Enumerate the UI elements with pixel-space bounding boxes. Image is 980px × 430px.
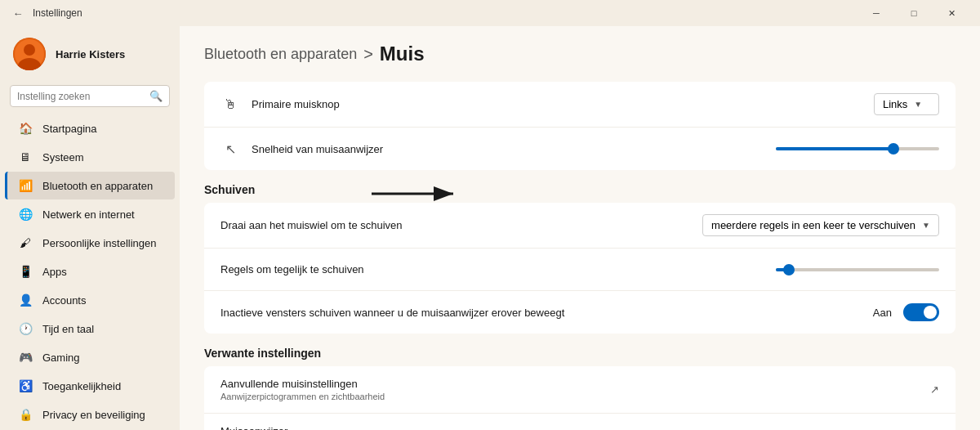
scroll-slider-thumb[interactable] [783,264,795,275]
maximize-button[interactable]: □ [895,0,933,26]
scroll-lines-label: Regels om tegelijk te schuiven [220,263,776,275]
nav-icon-systeem: 🖥 [18,150,33,164]
sidebar-item-systeem[interactable]: 🖥 Systeem [5,143,175,171]
primary-button-dropdown[interactable]: Links ▼ [874,93,939,115]
nav-label-netwerk: Netwerk en internet [42,208,135,221]
nav-icon-persoonlijk: 🖌 [18,235,33,250]
mouse-icon: 🖱 [220,95,240,114]
sidebar-item-tijd[interactable]: 🕐 Tijd en taal [5,315,175,343]
sidebar-item-accounts[interactable]: 👤 Accounts [5,286,175,314]
extra-mouse-content: Aanvullende muisinstellingen Aanwijzerpi… [220,378,930,401]
sidebar-item-gaming[interactable]: 🎮 Gaming [5,343,175,371]
avatar-image [13,38,46,70]
pointer-icon: ↖ [220,139,240,159]
nav-list: 🏠 Startpagina 🖥 Systeem 📶 Bluetooth en a… [0,114,180,430]
primary-button-row: 🖱 Primaire muisknop Links ▼ [204,82,956,128]
search-input[interactable] [17,91,145,102]
slider-thumb[interactable] [888,143,899,155]
scroll-direction-arrow-icon: ▼ [922,221,930,230]
sidebar-item-privacy[interactable]: 🔒 Privacy en beveiliging [5,401,175,428]
sidebar-item-startpagina[interactable]: 🏠 Startpagina [5,114,175,142]
scroll-direction-control: meerdere regels in een keer te verschuiv… [702,214,939,236]
close-button[interactable]: ✕ [933,0,970,26]
breadcrumb-separator: > [363,45,373,64]
inactive-scroll-value: Aan [873,307,892,319]
nav-icon-privacy: 🔒 [18,407,33,422]
scroll-lines-row: Regels om tegelijk te schuiven [204,249,956,291]
user-profile[interactable]: Harrie Kisters [0,26,180,82]
scroll-direction-dropdown[interactable]: meerdere regels in een keer te verschuiv… [702,214,939,236]
cursor-content: Muisaanwijzer Aanwijzergrootte en -kleur [220,425,935,430]
content-area: Bluetooth en apparaten > Muis 🖱 Primaire… [180,26,980,430]
nav-label-persoonlijk: Persoonlijke instellingen [42,237,156,249]
back-button[interactable]: ← [10,5,26,21]
window-controls: ─ □ ✕ [858,0,970,26]
pointer-speed-control[interactable] [776,147,939,150]
nav-label-tijd: Tijd en taal [42,323,94,335]
primary-button-control: Links ▼ [874,93,939,115]
pointer-speed-label: Snelheid van muisaanwijzer [252,143,776,155]
nav-label-privacy: Privacy en beveiliging [42,409,145,421]
sidebar-item-toegankelijkheid[interactable]: ♿ Toegankelijkheid [5,372,175,400]
breadcrumb-parent[interactable]: Bluetooth en apparaten [204,46,357,63]
nav-icon-gaming: 🎮 [18,350,33,365]
nav-icon-apps: 📱 [18,264,33,279]
sidebar-item-apps[interactable]: 📱 Apps [5,258,175,285]
scroll-direction-row: Draai aan het muiswiel om te schuiven me… [204,203,956,249]
inactive-scroll-label: Inactieve vensters schuiven wanneer u de… [220,307,873,319]
cursor-title: Muisaanwijzer [220,425,935,430]
nav-label-bluetooth: Bluetooth en apparaten [42,180,153,192]
scroll-slider-track [776,268,939,271]
svg-point-2 [24,44,35,56]
inactive-scroll-row: Inactieve vensters schuiven wanneer u de… [204,291,956,334]
primary-button-label: Primaire muisknop [252,98,874,110]
titlebar: ← Instellingen ─ □ ✕ [0,0,980,26]
nav-label-systeem: Systeem [42,151,84,163]
user-name: Harrie Kisters [56,48,125,60]
pointer-speed-slider[interactable] [776,147,939,150]
extra-mouse-title: Aanvullende muisinstellingen [220,378,930,390]
scroll-direction-label: Draai aan het muiswiel om te schuiven [220,219,702,231]
sidebar-item-netwerk[interactable]: 🌐 Netwerk en internet [5,200,175,228]
avatar [13,38,46,70]
app-body: Harrie Kisters 🔍 🏠 Startpagina 🖥 Systeem… [0,26,980,430]
scroll-settings-card: Draai aan het muiswiel om te schuiven me… [204,203,956,334]
scroll-section-header: Schuiven [204,183,956,196]
search-box[interactable]: 🔍 [10,85,170,107]
inactive-scroll-toggle[interactable] [903,303,939,321]
breadcrumb-current: Muis [380,43,425,65]
toggle-thumb [924,306,937,319]
pointer-speed-row: ↖ Snelheid van muisaanwijzer [204,128,956,170]
extra-mouse-subtitle: Aanwijzerpictogrammen en zichtbaarheid [220,392,930,401]
slider-fill [776,147,893,150]
inactive-scroll-control: Aan [873,303,939,321]
dropdown-arrow-icon: ▼ [914,100,922,109]
scroll-direction-value: meerdere regels in een keer te verschuiv… [711,219,915,231]
extra-mouse-row[interactable]: Aanvullende muisinstellingen Aanwijzerpi… [204,366,956,414]
slider-track [776,147,939,150]
nav-label-startpagina: Startpagina [42,123,97,135]
nav-label-accounts: Accounts [42,294,86,307]
minimize-button[interactable]: ─ [858,0,895,26]
nav-label-toegankelijkheid: Toegankelijkheid [42,380,121,392]
primary-button-value: Links [883,98,907,110]
sidebar-item-bluetooth[interactable]: 📶 Bluetooth en apparaten [5,172,175,199]
sidebar-item-persoonlijk[interactable]: 🖌 Persoonlijke instellingen [5,229,175,257]
nav-icon-accounts: 👤 [18,293,33,307]
cursor-row[interactable]: Muisaanwijzer Aanwijzergrootte en -kleur… [204,414,956,430]
nav-icon-netwerk: 🌐 [18,207,33,222]
external-link-icon: ↗ [930,383,939,396]
titlebar-title: Instellingen [33,7,82,19]
nav-label-gaming: Gaming [42,352,80,364]
related-section-header: Verwante instellingen [204,347,956,360]
main-settings-card: 🖱 Primaire muisknop Links ▼ ↖ Snelheid v… [204,82,956,170]
nav-icon-tijd: 🕐 [18,321,33,336]
scroll-lines-slider[interactable] [776,268,939,271]
related-settings-card: Aanvullende muisinstellingen Aanwijzerpi… [204,366,956,430]
search-icon: 🔍 [149,90,163,102]
scroll-lines-control[interactable] [776,268,939,271]
nav-icon-toegankelijkheid: ♿ [18,378,33,393]
nav-icon-startpagina: 🏠 [18,121,33,136]
sidebar: Harrie Kisters 🔍 🏠 Startpagina 🖥 Systeem… [0,26,180,430]
breadcrumb: Bluetooth en apparaten > Muis [204,43,956,65]
